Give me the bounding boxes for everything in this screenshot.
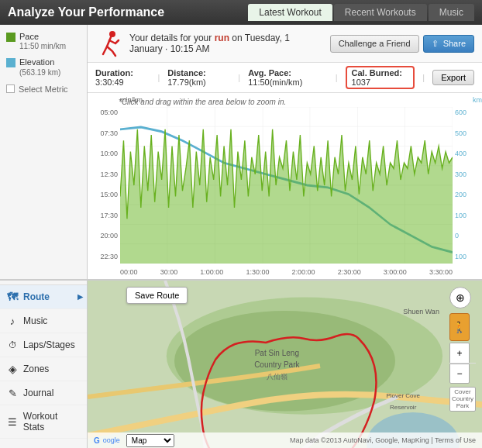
chart-svg-container[interactable] [120, 107, 453, 264]
pace-value: 11:50 min/km [19, 42, 66, 50]
svg-text:Reservoir: Reservoir [390, 404, 417, 411]
google-label: oogle [103, 436, 120, 444]
svg-text:八仙嶺: 八仙嶺 [267, 373, 287, 381]
sidebar-item-zones[interactable]: ◈ Zones [0, 357, 87, 381]
map-panel[interactable]: Pat Sin Leng Country Park 八仙嶺 Shuen Wan … [88, 281, 482, 448]
pace-stat-value: 11:50(min/km) [248, 78, 302, 87]
cal-burned-highlight: Cal. Burned: 1037 [346, 66, 415, 89]
select-metric-checkbox[interactable] [6, 84, 15, 93]
duration-value: 3:30:49 [95, 78, 124, 87]
elevation-value: (563.19 km) [19, 68, 60, 77]
tab-latest-workout[interactable]: Latest Workout [248, 4, 332, 21]
sidebar-item-journal[interactable]: ✎ Journal [0, 381, 87, 405]
distance-value: 17.79(km) [167, 78, 206, 87]
sidebar-item-music[interactable]: ♪ Music [0, 309, 87, 333]
cal-label: Cal. Burned: [352, 68, 402, 78]
map-footer: G oogle Map Satellite Terrain Map data ©… [88, 432, 482, 448]
svg-text:Country Park: Country Park [254, 360, 300, 369]
journal-label: Journal [23, 388, 53, 398]
workout-stats-label: Workout Stats [23, 411, 81, 432]
zoom-in-button[interactable]: + [449, 343, 470, 363]
share-label: Share [443, 39, 466, 48]
performance-chart[interactable]: *Click and drag within the area below to… [88, 93, 482, 279]
svg-point-0 [109, 31, 115, 37]
metrics-list: Pace 11:50 min/km Elevation (563.19 km) … [0, 25, 87, 102]
unit-label-left: min/km [120, 96, 143, 104]
laps-icon: ⏱ [6, 339, 19, 351]
zones-label: Zones [23, 364, 49, 374]
workout-stats-icon: ☰ [6, 415, 19, 428]
app-header: Analyze Your Performance Latest Workout … [0, 0, 482, 25]
distance-label: Distance: 17.79(km) [167, 68, 230, 87]
journal-icon: ✎ [6, 387, 19, 399]
x-axis: 00:00 30:00 1:00:00 1:30:00 2:00:00 2:30… [120, 265, 453, 279]
music-label: Music [23, 315, 47, 326]
duration-label: Duration: 3:30:49 [95, 68, 150, 87]
action-buttons: Challenge a Friend ⇧ Share [330, 35, 474, 53]
chart-hint: *Click and drag within the area below to… [88, 96, 482, 108]
svg-text:Pat Sin Leng: Pat Sin Leng [255, 349, 299, 357]
app-container: Analyze Your Performance Latest Workout … [0, 0, 482, 448]
map-container[interactable]: Pat Sin Leng Country Park 八仙嶺 Shuen Wan … [88, 281, 482, 448]
workout-description: Your details for your run on Tuesday, 1 … [129, 33, 324, 54]
sidebar-item-route[interactable]: 🗺 Route [0, 285, 87, 309]
pace-stat-label: Avg. Pace: 11:50(min/km) [248, 68, 328, 87]
metric-elevation[interactable]: Elevation (563.19 km) [6, 57, 81, 76]
map-copyright: Map data ©2013 AutoNavi, Google, MapKing… [290, 436, 476, 444]
pace-color-swatch [6, 33, 15, 42]
runner-icon [95, 29, 123, 57]
metrics-sidebar: Pace 11:50 min/km Elevation (563.19 km) … [0, 25, 88, 279]
pace-label: Pace [19, 31, 66, 42]
y-axis-left: 05:00 07:30 10:00 12:30 15:00 17:30 20:0… [88, 107, 120, 262]
map-zoom-person-group: 🚶 + − [449, 313, 476, 384]
y-axis-right: 600 500 400 300 200 100 0 100 [453, 107, 482, 262]
header-tabs: Latest Workout Recent Workouts Music [248, 4, 474, 21]
music-icon: ♪ [6, 315, 19, 327]
workout-info-bar: Your details for your run on Tuesday, 1 … [88, 25, 482, 63]
map-type-select-input[interactable]: Map Satellite Terrain [126, 434, 174, 447]
sep1: | [157, 73, 160, 82]
compass-control[interactable]: ⊕ [449, 287, 471, 308]
svg-marker-17 [120, 129, 453, 264]
nav-menu: 🗺 Route ♪ Music ⏱ Laps/Stages ◈ Zones [0, 284, 87, 439]
svg-text:Plover Cove: Plover Cove [386, 392, 420, 399]
metric-pace[interactable]: Pace 11:50 min/km [6, 31, 81, 50]
tab-music[interactable]: Music [429, 4, 474, 21]
save-route-button[interactable]: Save Route [126, 287, 188, 304]
lower-sidebar-nav: 🗺 Route ♪ Music ⏱ Laps/Stages ◈ Zones [0, 281, 88, 448]
zoom-controls: + − [449, 343, 476, 384]
share-button[interactable]: ⇧ Share [423, 35, 474, 53]
cal-value: 1037 [352, 78, 370, 87]
select-metric-label: Select Metric [19, 84, 68, 94]
map-controls: ⊕ 🚶 + − CoverCountryPark [449, 287, 476, 412]
lower-section: 🗺 Route ♪ Music ⏱ Laps/Stages ◈ Zones [0, 281, 482, 448]
sidebar-item-workout-stats[interactable]: ☰ Workout Stats [0, 405, 87, 439]
sidebar-item-laps[interactable]: ⏱ Laps/Stages [0, 333, 87, 357]
elevation-label: Elevation [19, 57, 60, 67]
chart-area: Your details for your run on Tuesday, 1 … [88, 25, 482, 279]
google-logo: G [94, 436, 100, 445]
stats-bar: Duration: 3:30:49 | Distance: 17.79(km) … [88, 63, 482, 93]
laps-label: Laps/Stages [23, 339, 75, 350]
select-metric-option[interactable]: Select Metric [6, 83, 81, 95]
elevation-color-swatch [6, 58, 15, 67]
challenge-friend-button[interactable]: Challenge a Friend [330, 35, 419, 53]
map-country-label: CoverCountryPark [449, 387, 476, 412]
map-type-selector[interactable]: G oogle Map Satellite Terrain [94, 434, 174, 447]
app-title: Analyze Your Performance [8, 5, 164, 19]
route-label: Route [23, 291, 50, 302]
unit-label-right: km [473, 96, 482, 104]
zoom-out-button[interactable]: − [449, 364, 470, 384]
zones-icon: ◈ [6, 363, 19, 375]
sep3: | [336, 73, 338, 82]
street-view-button[interactable]: 🚶 [449, 313, 470, 341]
sep2: | [238, 73, 240, 82]
svg-text:Shuen Wan: Shuen Wan [403, 308, 439, 315]
route-icon: 🗺 [6, 291, 19, 303]
tab-recent-workouts[interactable]: Recent Workouts [334, 4, 427, 21]
map-background: Pat Sin Leng Country Park 八仙嶺 Shuen Wan … [88, 281, 482, 448]
chart-svg [120, 107, 453, 264]
sep4: | [422, 73, 425, 82]
export-button[interactable]: Export [432, 70, 474, 85]
share-icon: ⇧ [432, 39, 439, 48]
